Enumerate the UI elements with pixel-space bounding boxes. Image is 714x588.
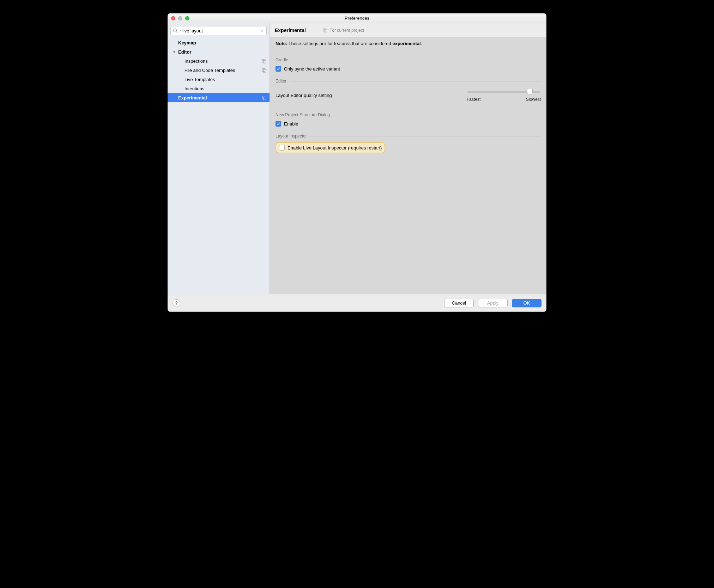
checkbox-label: Enable — [284, 121, 298, 127]
quality-label: Layout Editor quality setting — [276, 93, 332, 98]
search-wrap: × — [168, 23, 270, 38]
divider — [310, 136, 541, 136]
search-history-icon[interactable] — [180, 30, 181, 31]
chevron-down-icon[interactable]: ▼ — [173, 50, 176, 54]
enable-live-inspector-checkbox[interactable] — [279, 145, 285, 151]
sidebar-item-inspections[interactable]: Inspections — [168, 56, 270, 66]
section-label: Editor — [276, 79, 286, 84]
section-header: New Project Structure Dialog — [276, 112, 541, 117]
svg-rect-5 — [263, 69, 266, 72]
search-icon — [173, 28, 178, 33]
divider — [333, 115, 541, 115]
section-header: Editor — [276, 79, 541, 84]
scope-text: For current project — [329, 28, 364, 33]
svg-rect-7 — [263, 97, 266, 100]
sidebar-item-keymap[interactable]: Keymap — [168, 38, 270, 47]
slider-tick — [487, 94, 487, 96]
scope-label: For current project — [323, 28, 364, 33]
svg-rect-8 — [323, 29, 326, 31]
svg-rect-3 — [263, 60, 266, 63]
slider-tick — [521, 94, 521, 96]
svg-point-0 — [174, 29, 177, 32]
sidebar-item-label: Experimental — [178, 95, 207, 100]
note: Note: These settings are for features th… — [276, 41, 541, 46]
section-label: New Project Structure Dialog — [276, 112, 330, 117]
minimize-window-button[interactable] — [178, 16, 182, 20]
checkbox-label: Only sync the active variant — [284, 66, 340, 72]
quality-row: Layout Editor quality setting — [276, 87, 541, 105]
divider — [292, 60, 541, 60]
quality-slider-wrap: Fastest Slowest — [467, 88, 541, 102]
slider-thumb[interactable] — [527, 88, 533, 94]
titlebar: Preferences — [168, 13, 546, 23]
section-new-project-structure: New Project Structure Dialog Enable — [276, 112, 541, 127]
project-scope-icon — [262, 59, 267, 63]
svg-rect-2 — [262, 60, 265, 62]
svg-rect-9 — [324, 30, 327, 32]
help-button[interactable]: ? — [173, 299, 180, 307]
sidebar-item-label: File and Code Templates — [184, 68, 235, 73]
zoom-window-button[interactable] — [185, 16, 189, 20]
section-header: Gradle — [276, 57, 541, 62]
sidebar-item-label: Live Templates — [184, 77, 215, 82]
sidebar-item-experimental[interactable]: Experimental — [168, 93, 270, 102]
ok-button[interactable]: OK — [512, 299, 541, 307]
apply-button[interactable]: Apply — [478, 299, 508, 307]
section-label: Layout Inspector — [276, 134, 307, 139]
note-emph: experimental — [392, 41, 420, 46]
main-header: Experimental For current project — [270, 23, 546, 37]
clear-search-icon[interactable]: × — [258, 28, 266, 33]
help-icon: ? — [175, 300, 177, 306]
cancel-button[interactable]: Cancel — [444, 299, 474, 307]
project-scope-icon — [323, 28, 327, 32]
body: × Keymap ▼ Editor Inspections File and C… — [168, 23, 546, 294]
sidebar-item-editor[interactable]: ▼ Editor — [168, 47, 270, 56]
content: Note: These settings are for features th… — [270, 37, 546, 294]
svg-line-1 — [176, 32, 178, 33]
footer: ? Cancel Apply OK — [168, 294, 546, 312]
sidebar-item-label: Intentions — [184, 86, 204, 91]
sidebar-item-label: Editor — [178, 49, 192, 55]
check-icon — [276, 67, 280, 71]
section-editor: Editor Layout Editor quality setting — [276, 79, 541, 105]
divider — [290, 81, 541, 81]
page-title: Experimental — [275, 27, 306, 33]
slider-tick — [539, 94, 539, 96]
svg-rect-6 — [262, 96, 265, 99]
sidebar-item-label: Keymap — [178, 40, 196, 45]
note-prefix: Note: — [276, 41, 287, 46]
quality-slider[interactable] — [467, 88, 541, 96]
project-scope-icon — [262, 68, 267, 73]
slider-label-fastest: Fastest — [467, 97, 480, 102]
svg-rect-4 — [262, 69, 265, 72]
sidebar: × Keymap ▼ Editor Inspections File and C… — [168, 23, 270, 294]
traffic-lights — [168, 16, 189, 20]
footer-buttons: Cancel Apply OK — [444, 299, 541, 307]
check-icon — [276, 122, 280, 126]
section-gradle: Gradle Only sync the active variant — [276, 57, 541, 72]
slider-tick — [469, 94, 469, 96]
enable-live-inspector-row[interactable]: Enable Live Layout Inspector (requires r… — [276, 142, 385, 153]
sidebar-item-live-templates[interactable]: Live Templates — [168, 75, 270, 84]
section-label: Gradle — [276, 57, 288, 62]
search-field[interactable]: × — [170, 26, 267, 35]
sidebar-item-label: Inspections — [184, 59, 208, 64]
slider-label-slowest: Slowest — [526, 97, 541, 102]
main-panel: Experimental For current project Note: T… — [270, 23, 546, 294]
slider-labels: Fastest Slowest — [467, 97, 541, 102]
project-scope-icon — [262, 95, 267, 100]
sidebar-item-file-code-templates[interactable]: File and Code Templates — [168, 66, 270, 75]
search-input[interactable] — [182, 28, 258, 33]
nav-tree: Keymap ▼ Editor Inspections File and Cod… — [168, 38, 270, 294]
only-sync-active-variant-checkbox[interactable] — [276, 66, 281, 72]
enable-nps-checkbox[interactable] — [276, 121, 281, 127]
checkbox-label: Enable Live Layout Inspector (requires r… — [288, 145, 382, 151]
window-title: Preferences — [168, 16, 546, 21]
only-sync-active-variant-row[interactable]: Only sync the active variant — [276, 66, 541, 72]
preferences-window: Preferences × Keymap ▼ Editor — [168, 13, 546, 312]
sidebar-item-intentions[interactable]: Intentions — [168, 84, 270, 93]
note-suffix: . — [421, 41, 422, 46]
close-window-button[interactable] — [171, 16, 175, 20]
note-middle: These settings are for features that are… — [287, 41, 392, 46]
enable-nps-row[interactable]: Enable — [276, 121, 541, 127]
